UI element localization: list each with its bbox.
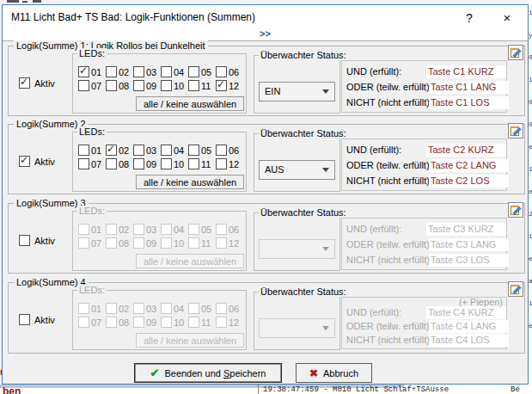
led-item: 11	[188, 80, 216, 91]
led-checkbox[interactable]	[78, 145, 89, 156]
led-checkbox[interactable]	[106, 145, 117, 156]
led-label: 10	[174, 81, 184, 91]
led-checkbox[interactable]	[188, 80, 199, 91]
condition-value: Taste C1 KURZ	[426, 65, 506, 78]
led-checkbox[interactable]	[216, 224, 227, 235]
aktiv-row[interactable]: Aktiv	[19, 235, 55, 246]
led-checkbox[interactable]	[216, 317, 227, 328]
led-checkbox[interactable]	[106, 80, 117, 91]
led-checkbox[interactable]	[133, 303, 144, 314]
led-checkbox[interactable]	[188, 66, 199, 77]
edit-note-icon	[510, 46, 522, 58]
led-checkbox[interactable]	[161, 66, 172, 77]
led-checkbox[interactable]	[78, 303, 89, 314]
led-checkbox[interactable]	[106, 317, 117, 328]
status-dropdown[interactable]	[259, 239, 335, 259]
led-checkbox[interactable]	[133, 158, 144, 169]
led-item: 07	[78, 80, 106, 91]
led-label: 04	[174, 304, 184, 314]
background-fragment	[33, 0, 41, 3]
aktiv-row[interactable]: Aktiv	[19, 314, 55, 325]
led-checkbox[interactable]	[188, 237, 199, 249]
edit-button[interactable]	[508, 202, 523, 218]
edit-button[interactable]	[508, 45, 523, 60]
edit-button[interactable]	[508, 281, 523, 297]
select-all-button[interactable]: alle / keine auswählen	[136, 333, 244, 348]
status-dropdown[interactable]: EIN	[259, 82, 335, 102]
select-all-button[interactable]: alle / keine auswählen	[136, 96, 244, 111]
edit-button[interactable]	[508, 123, 523, 139]
aktiv-checkbox[interactable]	[19, 77, 30, 89]
led-checkbox[interactable]	[188, 145, 199, 156]
led-label: 03	[146, 145, 156, 156]
led-checkbox[interactable]	[133, 317, 144, 328]
led-checkbox[interactable]	[216, 66, 227, 77]
led-label: 10	[174, 317, 184, 328]
expand-toggle[interactable]: >>	[254, 28, 276, 40]
condition-label: ODER (teilw. erfüllt):	[346, 160, 429, 170]
led-checkbox[interactable]	[161, 158, 172, 169]
led-checkbox[interactable]	[216, 158, 227, 169]
led-checkbox[interactable]	[133, 145, 144, 156]
led-checkbox[interactable]	[106, 158, 117, 169]
led-checkbox[interactable]	[106, 237, 117, 249]
led-checkbox[interactable]	[188, 158, 199, 169]
led-item: 12	[216, 158, 243, 169]
led-label: 03	[146, 225, 156, 235]
led-item: 02	[106, 303, 133, 314]
led-checkbox[interactable]	[161, 224, 172, 235]
led-checkbox[interactable]	[216, 145, 227, 156]
led-checkbox[interactable]	[106, 66, 117, 77]
led-checkbox[interactable]	[161, 317, 172, 328]
led-item: 06	[216, 145, 243, 156]
led-checkbox[interactable]	[78, 158, 89, 169]
led-checkbox[interactable]	[78, 237, 89, 249]
aktiv-row[interactable]: Aktiv	[19, 156, 55, 167]
led-checkbox[interactable]	[216, 237, 227, 249]
led-checkbox[interactable]	[106, 303, 117, 314]
led-label: 09	[146, 81, 156, 91]
aktiv-checkbox[interactable]	[19, 314, 30, 325]
led-checkbox[interactable]	[188, 303, 199, 314]
leds-group: LEDs: 01 02 03 04 05 06 07 08 09 10 11 1…	[72, 53, 247, 114]
led-checkbox[interactable]	[216, 303, 227, 314]
condition-label: NICHT (nicht erfüllt):	[346, 335, 429, 345]
status-dropdown[interactable]	[259, 318, 335, 338]
cancel-button[interactable]: ✖ Abbruch	[296, 363, 372, 383]
led-label: 01	[91, 67, 101, 77]
aktiv-checkbox[interactable]	[19, 235, 30, 246]
led-checkbox[interactable]	[78, 80, 89, 91]
led-checkbox[interactable]	[78, 224, 89, 235]
status-dropdown[interactable]: AUS	[259, 160, 335, 180]
led-label: 09	[146, 159, 156, 169]
led-label: 06	[229, 145, 239, 156]
help-button[interactable]: ?	[456, 5, 483, 29]
led-checkbox[interactable]	[78, 317, 89, 328]
close-button[interactable]: ×	[493, 5, 521, 29]
select-all-button[interactable]: alle / keine auswählen	[136, 254, 244, 268]
select-all-button[interactable]: alle / keine auswählen	[136, 175, 244, 189]
condition-value: Taste C3 LOS	[429, 254, 509, 267]
led-checkbox[interactable]	[161, 237, 172, 249]
led-checkbox[interactable]	[133, 80, 144, 91]
led-checkbox[interactable]	[161, 80, 172, 91]
led-checkbox[interactable]	[188, 224, 199, 235]
condition-row: ODER (teilw. erfüllt): Taste C1 LANG	[342, 79, 506, 95]
title-bar: M11 Licht Bad+ TS Bad: Logik-Funktionen …	[3, 5, 528, 29]
led-label: 09	[146, 317, 156, 328]
led-checkbox[interactable]	[188, 317, 199, 328]
save-and-close-button[interactable]: ✔ Beenden und Speichern	[134, 363, 282, 383]
led-checkbox[interactable]	[78, 66, 89, 77]
led-checkbox[interactable]	[133, 237, 144, 249]
led-item: 02	[106, 224, 133, 235]
aktiv-checkbox[interactable]	[19, 156, 30, 167]
led-label: 01	[91, 304, 101, 314]
led-checkbox[interactable]	[161, 303, 172, 314]
led-checkbox[interactable]	[216, 80, 227, 91]
led-checkbox[interactable]	[161, 145, 172, 156]
aktiv-row[interactable]: Aktiv	[19, 77, 55, 89]
led-checkbox[interactable]	[133, 224, 144, 235]
led-label: 03	[146, 67, 156, 77]
led-checkbox[interactable]	[133, 66, 144, 77]
led-checkbox[interactable]	[106, 224, 117, 235]
